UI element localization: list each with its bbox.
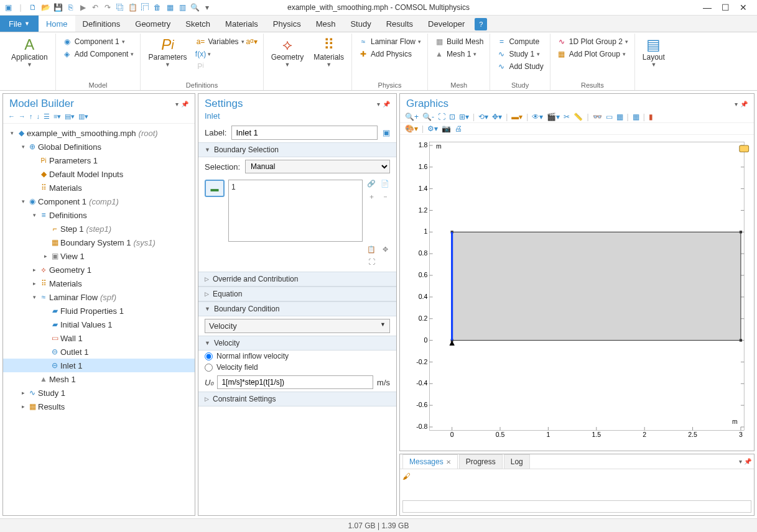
qat-more-icon[interactable]: ▾ <box>202 2 213 13</box>
add-physics-button[interactable]: ✚Add Physics <box>356 48 424 60</box>
paste-icon[interactable]: 📋 <box>127 2 138 13</box>
boundary-condition-dropdown[interactable]: Velocity▼ <box>205 319 390 333</box>
fx-button[interactable]: f(x)▾ <box>193 48 259 60</box>
tree-node[interactable]: ▭Wall 1 <box>3 331 195 345</box>
sel-copy-icon[interactable]: 📄 <box>380 180 390 190</box>
zoom-dd-icon[interactable]: ⊞▾ <box>459 112 469 121</box>
menu-tab-home[interactable]: Home <box>39 16 75 32</box>
geometry-button[interactable]: ⟡Geometry▼ <box>267 34 308 70</box>
zoom-extents-icon[interactable]: ⊡ <box>449 112 455 121</box>
tree-node[interactable]: ◆Default Model Inputs <box>3 167 195 181</box>
tree-node[interactable]: ▾◆example_with_smoothing.mph(root) <box>3 126 195 140</box>
selection-toggle[interactable]: ▬ <box>205 180 225 197</box>
menu-tab-mesh[interactable]: Mesh <box>309 16 343 32</box>
tree-node[interactable]: ▰Initial Values 1 <box>3 318 195 331</box>
velocity-field-radio[interactable] <box>205 364 213 372</box>
tree-node[interactable]: ▾⊕Global Definitions <box>3 140 195 154</box>
scene-icon[interactable]: 🎬▾ <box>547 112 560 121</box>
plot-area[interactable]: -0.8-0.6-0.4-0.200.20.40.60.811.21.41.61… <box>400 135 754 451</box>
tree-node[interactable]: ▸▦Results <box>3 400 195 413</box>
study1-button[interactable]: ∿Study 1 ▾ <box>494 48 546 60</box>
filter-icon[interactable]: ▥▾ <box>78 112 88 121</box>
tree-node[interactable]: ▸▣View 1 <box>3 249 195 263</box>
menu-tab-geometry[interactable]: Geometry <box>128 16 178 32</box>
add-component-button[interactable]: ◈Add Component ▾ <box>60 48 137 60</box>
boundary-condition-header[interactable]: ▼Boundary Condition <box>198 301 396 316</box>
plot1d-button[interactable]: ∿1D Plot Group 2 ▾ <box>554 36 631 47</box>
panel-menu-icon[interactable]: ▾ <box>735 101 738 108</box>
menu-tab-definitions[interactable]: Definitions <box>75 16 128 32</box>
redo-icon[interactable]: ↷ <box>102 2 113 13</box>
override-header[interactable]: ▷Override and Contribution <box>198 272 396 287</box>
tree-node[interactable]: ▸∿Study 1 <box>3 386 195 400</box>
expand-icon[interactable]: ≡▾ <box>53 112 61 121</box>
close-button[interactable]: ✕ <box>740 2 747 12</box>
sel-paste-icon[interactable]: 📋 <box>366 245 376 255</box>
label-goto-icon[interactable]: ▣ <box>383 128 390 137</box>
tree-node[interactable]: ⌐Step 1(step1) <box>3 222 195 236</box>
selection-dropdown[interactable]: Manual <box>245 160 390 173</box>
select-icon[interactable]: ▬▾ <box>511 112 522 121</box>
show-icon[interactable]: ▭ <box>606 112 613 121</box>
panel-pin-icon[interactable]: 📌 <box>383 101 390 108</box>
nav-up-icon[interactable]: ↑ <box>29 112 33 121</box>
nav-fwd-icon[interactable]: → <box>19 112 26 121</box>
view-icon[interactable]: 👁▾ <box>532 112 543 121</box>
pan-icon[interactable]: ✥▾ <box>492 112 502 121</box>
panel-pin-icon[interactable]: 📌 <box>740 101 748 108</box>
undo-icon[interactable]: ↶ <box>90 2 101 13</box>
sel-add-icon[interactable]: ＋ <box>366 192 376 202</box>
tree-node[interactable]: ▲Mesh 1 <box>3 372 195 386</box>
variables-button[interactable]: a=Variables ▾ aα▾ <box>193 36 259 47</box>
hide-icon[interactable]: 👓 <box>593 112 602 121</box>
menu-tab-study[interactable]: Study <box>343 16 378 32</box>
delete-icon[interactable]: 🗑 <box>152 2 163 13</box>
duplicate-icon[interactable]: ⿸ <box>139 2 151 13</box>
tree-node[interactable]: ▸⟡Geometry 1 <box>3 263 195 277</box>
constraint-header[interactable]: ▷Constraint Settings <box>198 392 396 406</box>
application-button[interactable]: A Application ▼ <box>7 34 52 70</box>
rotate-icon[interactable]: ⟲▾ <box>478 112 488 121</box>
menu-tab-sketch[interactable]: Sketch <box>178 16 218 32</box>
tree-node[interactable]: ▰Fluid Properties 1 <box>3 304 195 318</box>
zoom-in-icon[interactable]: 🔍+ <box>405 112 419 121</box>
case-icon[interactable]: aα▾ <box>247 37 257 46</box>
tree-node[interactable]: ▾◉Component 1(comp1) <box>3 195 195 208</box>
label-input[interactable] <box>231 126 378 140</box>
tree-node[interactable]: ▸⠿Materials <box>3 277 195 290</box>
camera-icon[interactable]: 📷 <box>442 124 451 133</box>
pi-small-button[interactable]: Pi <box>193 61 259 72</box>
list-icon[interactable]: ▤▾ <box>65 112 75 121</box>
panel-menu-icon[interactable]: ▾ <box>377 101 380 108</box>
zoom-box-icon[interactable]: ⛶ <box>438 112 445 121</box>
normal-inflow-radio[interactable] <box>205 352 213 360</box>
close-tab-icon[interactable]: ✕ <box>446 459 451 466</box>
sel-move-icon[interactable]: ✥ <box>380 245 390 255</box>
grid-icon[interactable]: ▦ <box>633 112 639 121</box>
menu-tab-materials[interactable]: Materials <box>218 16 266 32</box>
new-icon[interactable]: 🗋 <box>27 2 39 13</box>
clip-icon[interactable]: ✂ <box>564 112 570 121</box>
brush-icon[interactable]: 🖌 <box>402 472 411 481</box>
copy-icon[interactable]: ⿻ <box>114 2 126 13</box>
u0-input[interactable] <box>217 375 373 389</box>
minimize-button[interactable]: — <box>703 2 712 12</box>
sel-remove-icon[interactable]: － <box>380 192 390 202</box>
model-tree[interactable]: ▾◆example_with_smoothing.mph(root)▾⊕Glob… <box>3 124 195 515</box>
build-mesh-button[interactable]: ▦Build Mesh <box>432 36 486 47</box>
menu-tab-developer[interactable]: Developer <box>420 16 472 32</box>
menu-tab-results[interactable]: Results <box>379 16 420 32</box>
run-icon[interactable]: ▶ <box>77 2 88 13</box>
mesh1-button[interactable]: ▲Mesh 1 ▾ <box>432 48 486 60</box>
laminar-flow-button[interactable]: ≈Laminar Flow ▾ <box>356 36 424 47</box>
legend-icon[interactable]: ▮ <box>649 112 653 121</box>
parameters-button[interactable]: Pi Parameters ▼ <box>144 34 190 70</box>
add-plot-button[interactable]: ▦Add Plot Group ▾ <box>554 48 631 60</box>
palette-icon[interactable]: 🎨▾ <box>405 124 418 133</box>
wireframe-icon[interactable]: ▦ <box>616 112 623 121</box>
panel-pin-icon[interactable]: 📌 <box>181 101 188 108</box>
tree-node[interactable]: ▾≡Definitions <box>3 208 195 222</box>
layout-button[interactable]: ▤Layout▼ <box>639 34 669 70</box>
menu-tab-physics[interactable]: Physics <box>266 16 309 32</box>
help-button[interactable]: ? <box>475 18 487 30</box>
